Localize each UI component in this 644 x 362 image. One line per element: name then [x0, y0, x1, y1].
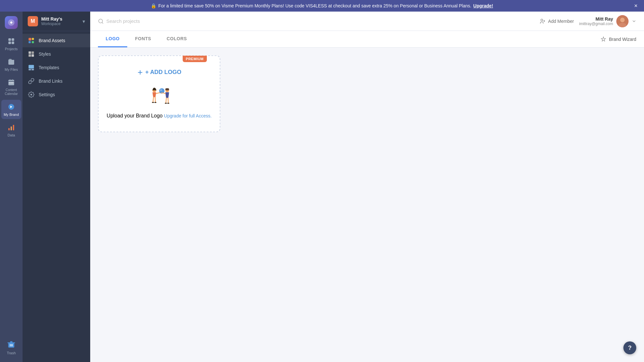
- templates-icon: [28, 64, 35, 71]
- banner-close-button[interactable]: ×: [634, 3, 638, 9]
- add-logo-button[interactable]: + ADD LOGO: [137, 69, 181, 76]
- user-info[interactable]: Mitt Ray imittray@gmail.com: [579, 15, 636, 27]
- svg-rect-4: [12, 42, 14, 44]
- svg-point-44: [165, 103, 167, 104]
- nav-sidebar: M Mitt Ray's Workspace ▾ Brand Assets: [23, 12, 90, 362]
- svg-rect-8: [9, 82, 10, 83]
- svg-rect-14: [13, 125, 14, 130]
- banner-text: For a limited time save 50% on Visme Pre…: [158, 3, 471, 8]
- svg-line-35: [155, 97, 156, 102]
- brand-wizard-icon: [601, 36, 606, 42]
- svg-point-45: [167, 103, 169, 104]
- styles-icon: [28, 51, 35, 58]
- trash-icon: [7, 340, 16, 350]
- sidebar-item-data[interactable]: Data: [1, 120, 21, 140]
- tab-logo[interactable]: LOGO: [98, 31, 127, 47]
- svg-rect-18: [29, 41, 31, 43]
- svg-rect-1: [8, 38, 11, 41]
- tab-colors[interactable]: COLORS: [159, 31, 195, 47]
- workspace-name: Mitt Ray's: [41, 16, 62, 22]
- my-files-icon: [7, 57, 16, 66]
- nav-styles-label: Styles: [39, 51, 51, 57]
- trash-item[interactable]: Trash: [7, 336, 16, 359]
- brand-links-icon: [28, 78, 35, 85]
- nav-item-brand-links[interactable]: Brand Links: [23, 74, 90, 88]
- header-right: Add Member Mitt Ray imittray@gmail.com: [540, 15, 636, 27]
- sidebar-my-brand-label: My Brand: [4, 113, 19, 116]
- user-chevron-icon: [632, 19, 636, 23]
- user-text: Mitt Ray imittray@gmail.com: [579, 16, 613, 26]
- search-placeholder: Search projects: [106, 18, 140, 24]
- svg-line-34: [153, 97, 154, 102]
- svg-point-36: [152, 102, 154, 103]
- search-icon: [98, 18, 104, 24]
- logo-description-text: Upload your Brand Logo: [107, 113, 162, 118]
- workspace-chevron-icon: ▾: [82, 18, 85, 24]
- main-layout: Projects My Files: [0, 12, 644, 362]
- premium-badge: PREMIUM: [183, 56, 207, 62]
- svg-rect-26: [32, 69, 34, 70]
- svg-rect-12: [8, 128, 10, 130]
- sidebar-my-files-label: My Files: [5, 68, 18, 71]
- svg-rect-7: [12, 79, 13, 80]
- nav-brand-links-label: Brand Links: [39, 79, 62, 84]
- tab-fonts[interactable]: FONTS: [127, 31, 159, 47]
- sidebar-item-content-calendar[interactable]: Content Calendar: [1, 75, 21, 98]
- add-member-label: Add Member: [548, 19, 574, 24]
- nav-templates-label: Templates: [39, 65, 59, 70]
- add-member-icon: [540, 18, 545, 24]
- nav-item-templates[interactable]: Templates: [23, 61, 90, 74]
- content-header: Search projects Add Member Mitt Ray imit…: [90, 12, 644, 31]
- svg-point-31: [620, 18, 625, 22]
- svg-rect-41: [165, 88, 169, 90]
- sidebar-item-projects[interactable]: Projects: [1, 34, 21, 53]
- my-brand-icon: [7, 102, 16, 111]
- workspace-header[interactable]: M Mitt Ray's Workspace ▾: [23, 12, 90, 31]
- sidebar-content-calendar-label: Content Calendar: [3, 88, 20, 96]
- banner-icon: 🔒: [151, 3, 156, 8]
- banner-upgrade-link[interactable]: Upgrade!: [473, 3, 493, 8]
- svg-rect-2: [12, 38, 14, 41]
- svg-rect-17: [32, 38, 34, 40]
- sidebar-data-label: Data: [7, 133, 15, 137]
- help-button[interactable]: ?: [623, 341, 636, 354]
- nav-item-brand-assets[interactable]: Brand Assets: [23, 34, 90, 47]
- svg-rect-22: [29, 54, 31, 57]
- tabs-bar: LOGO FONTS COLORS Brand Wizard: [90, 31, 644, 48]
- svg-rect-3: [8, 42, 11, 44]
- workspace-icon: M: [28, 16, 38, 26]
- svg-rect-19: [32, 41, 34, 43]
- trash-label: Trash: [7, 351, 16, 355]
- content-calendar-icon: [7, 78, 16, 87]
- app-logo[interactable]: [5, 16, 18, 29]
- logo-illustration: [143, 82, 175, 108]
- logo-card: PREMIUM + ADD LOGO: [98, 55, 220, 132]
- projects-icon: [7, 37, 16, 46]
- svg-rect-20: [29, 51, 31, 54]
- svg-rect-21: [32, 51, 34, 54]
- brand-wizard-button[interactable]: Brand Wizard: [601, 36, 636, 42]
- svg-rect-24: [29, 65, 34, 69]
- svg-rect-16: [29, 38, 31, 41]
- add-logo-label: + ADD LOGO: [145, 69, 181, 76]
- settings-icon: [28, 91, 35, 98]
- upgrade-access-link[interactable]: Upgrade for full Access.: [164, 113, 212, 118]
- add-member-button[interactable]: Add Member: [540, 18, 574, 24]
- user-avatar: [616, 15, 629, 27]
- logo-description: Upload your Brand Logo Upgrade for full …: [107, 113, 212, 119]
- svg-point-37: [154, 102, 157, 103]
- svg-point-27: [31, 94, 32, 96]
- sidebar-item-my-files[interactable]: My Files: [1, 55, 21, 74]
- svg-point-39: [160, 89, 162, 91]
- nav-item-settings[interactable]: Settings: [23, 88, 90, 101]
- nav-item-styles[interactable]: Styles: [23, 47, 90, 61]
- svg-rect-23: [32, 54, 34, 57]
- sidebar-item-my-brand[interactable]: My Brand: [1, 100, 21, 119]
- brand-content: LOGO FONTS COLORS Brand Wizard PREMIUM: [90, 31, 644, 362]
- user-name: Mitt Ray: [579, 16, 613, 22]
- svg-rect-13: [11, 126, 12, 130]
- icon-sidebar: Projects My Files: [0, 12, 23, 362]
- svg-line-43: [168, 98, 168, 103]
- user-email: imittray@gmail.com: [579, 22, 613, 26]
- search-box[interactable]: Search projects: [98, 18, 140, 24]
